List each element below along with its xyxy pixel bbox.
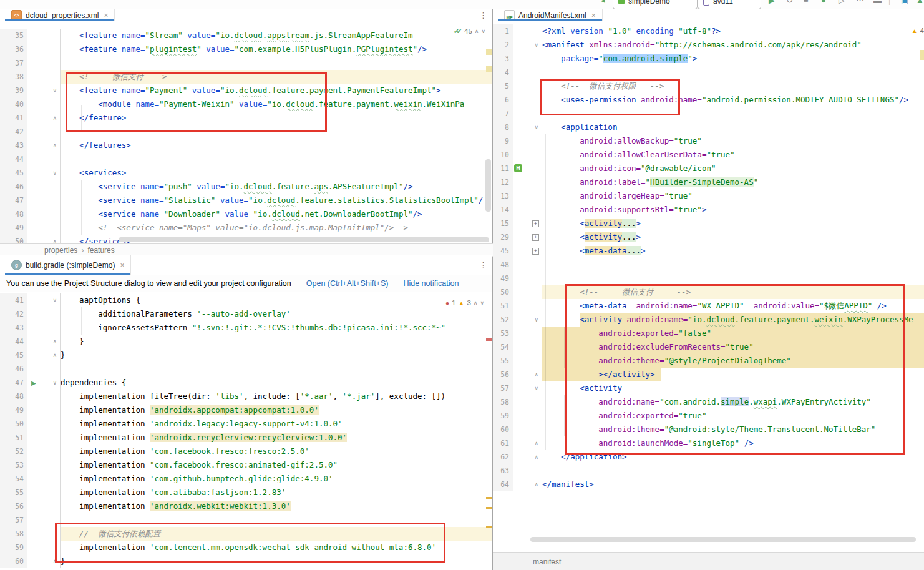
code-line: 48 <service name="Downloader" value="io.… bbox=[0, 207, 492, 221]
more-actions-icon[interactable]: ⋯ bbox=[856, 0, 864, 5]
next-problem-icon[interactable]: ∨ bbox=[481, 28, 485, 34]
code-token: dcloud bbox=[235, 31, 263, 40]
stop-icon[interactable]: ▬ bbox=[873, 0, 882, 5]
code-text: <!-- 微信支付 --> bbox=[61, 70, 492, 84]
code-line: 45∨ <services> bbox=[0, 166, 492, 180]
gutter: 42 bbox=[0, 125, 61, 139]
editor-dcloud-properties[interactable]: 35 <feature name="Stream" value="io.dclo… bbox=[0, 21, 492, 243]
code-line: 59 android:exported="true" bbox=[493, 409, 924, 423]
fold-marker-icon[interactable]: ∨ bbox=[534, 313, 538, 327]
run-gutter-icon[interactable]: ▶ bbox=[31, 376, 36, 390]
code-token bbox=[187, 86, 192, 95]
fold-marker-icon[interactable]: ∧ bbox=[52, 348, 57, 362]
fold-marker-icon[interactable]: ∧ bbox=[52, 139, 57, 152]
error-stripe-mark[interactable] bbox=[486, 497, 492, 499]
breadcrumb-item-manifest[interactable]: manifest bbox=[533, 558, 561, 566]
notification-text: You can use the Project Structure dialog… bbox=[6, 279, 291, 288]
fold-expand-icon[interactable]: + bbox=[532, 248, 539, 255]
vertical-scrollbar[interactable] bbox=[485, 159, 491, 212]
sync-device-icon[interactable]: ▣ bbox=[901, 0, 908, 5]
code-text: android:allowClearUserData="true" bbox=[542, 148, 924, 162]
apply-code-changes-icon[interactable]: ≡ bbox=[804, 0, 809, 5]
fold-marker-icon[interactable]: ∨ bbox=[52, 166, 57, 180]
gutter: 52 bbox=[0, 445, 61, 458]
prev-problem-icon[interactable]: ∧ bbox=[474, 300, 478, 306]
prev-problem-icon[interactable]: ∧ bbox=[475, 28, 479, 34]
line-number: 6 bbox=[493, 93, 509, 107]
horizontal-scrollbar[interactable] bbox=[530, 537, 916, 542]
editor-build-gradle[interactable]: 41∨ aaptOptions {42 additionalParameters… bbox=[0, 292, 492, 570]
back-icon[interactable]: ◂ bbox=[601, 0, 605, 5]
breadcrumb-item-features[interactable]: features bbox=[87, 246, 114, 255]
line-number: 61 bbox=[493, 436, 509, 450]
code-token bbox=[542, 438, 598, 448]
apply-changes-icon[interactable]: ↻ bbox=[786, 0, 793, 5]
code-token: name= bbox=[122, 44, 145, 54]
code-line: 60 android:theme="@android:style/Theme.T… bbox=[493, 423, 924, 436]
fold-marker-icon[interactable]: ∨ bbox=[52, 84, 57, 97]
close-icon[interactable]: × bbox=[591, 11, 596, 20]
fold-marker-icon[interactable]: ∧ bbox=[534, 478, 538, 491]
gutter: 29+ bbox=[493, 230, 542, 244]
code-token bbox=[61, 391, 79, 401]
inspections-widget[interactable]: ▲ 4 bbox=[909, 26, 924, 35]
profile-icon[interactable]: ▷ bbox=[839, 0, 845, 5]
tab-android-manifest[interactable]: MF AndroidManifest.xml × bbox=[498, 9, 603, 21]
run-configuration-select[interactable]: simpleDemo bbox=[613, 0, 698, 9]
fold-expand-icon[interactable]: + bbox=[532, 220, 539, 227]
error-stripe-mark[interactable] bbox=[486, 338, 492, 341]
error-stripe-mark[interactable] bbox=[486, 49, 492, 55]
close-icon[interactable]: × bbox=[104, 11, 108, 20]
drawable-preview-icon[interactable]: H bbox=[514, 164, 522, 172]
fold-marker-icon[interactable]: ∧ bbox=[52, 235, 57, 243]
gutter: 44 bbox=[0, 152, 61, 166]
code-line: 41∨ aaptOptions { bbox=[0, 293, 492, 307]
horizontal-scrollbar[interactable] bbox=[119, 237, 489, 242]
inspections-widget[interactable]: ● 1 ▲ 3 ∧ ∨ bbox=[443, 298, 487, 307]
code-token: android:exported= bbox=[598, 411, 678, 420]
gutter: 49 bbox=[0, 221, 61, 235]
fold-marker-icon[interactable]: ∧ bbox=[52, 111, 57, 125]
code-line: 44∧ } bbox=[0, 335, 492, 348]
hide-notification-link[interactable]: Hide notification bbox=[403, 279, 459, 288]
debug-icon[interactable]: ● bbox=[821, 0, 826, 5]
error-stripe-mark[interactable] bbox=[486, 66, 492, 72]
error-stripe-mark[interactable] bbox=[486, 507, 492, 509]
code-text: <service name="Statistic" value="io.dclo… bbox=[61, 194, 492, 207]
next-problem-icon[interactable]: ∨ bbox=[480, 300, 484, 306]
code-token: .feature.payment. bbox=[735, 315, 815, 324]
fold-marker-icon[interactable]: ∨ bbox=[52, 293, 57, 307]
code-text: android:icon="@drawable/icon" bbox=[542, 162, 924, 175]
code-token: activity bbox=[585, 219, 622, 228]
fold-marker-icon[interactable]: ∨ bbox=[534, 120, 538, 134]
run-icon[interactable]: ▶ bbox=[769, 0, 775, 5]
fold-marker-icon[interactable]: ∧ bbox=[534, 436, 538, 450]
more-options-icon[interactable]: ⋮ bbox=[479, 11, 487, 20]
tab-dcloud-properties[interactable]: <> dcloud_properties.xml × bbox=[5, 9, 115, 21]
device-manager-icon[interactable]: ▲ bbox=[916, 0, 924, 5]
code-token: version= bbox=[570, 26, 608, 36]
more-options-icon[interactable]: ⋮ bbox=[479, 260, 487, 270]
fold-expand-icon[interactable]: + bbox=[532, 234, 539, 241]
fold-marker-icon[interactable]: ∧ bbox=[534, 450, 538, 464]
fold-marker-icon[interactable]: ∧ bbox=[52, 554, 57, 568]
fold-marker-icon[interactable]: ∨ bbox=[534, 381, 538, 395]
editor-android-manifest[interactable]: 1<?xml version="1.0" encoding="utf-8"?>2… bbox=[493, 21, 924, 544]
code-token bbox=[61, 209, 98, 219]
close-icon[interactable]: × bbox=[120, 261, 124, 270]
fold-marker-icon[interactable]: ∨ bbox=[52, 376, 57, 390]
tab-build-gradle[interactable]: g build.gradle (:simpleDemo) × bbox=[5, 255, 131, 275]
fold-marker-icon[interactable]: ∧ bbox=[52, 335, 57, 348]
fold-marker-icon[interactable]: ∧ bbox=[534, 368, 538, 381]
code-token bbox=[61, 309, 98, 318]
open-project-structure-link[interactable]: Open (Ctrl+Alt+Shift+S) bbox=[306, 279, 389, 288]
fold-marker-icon[interactable]: ∨ bbox=[534, 38, 538, 52]
code-token: implementation bbox=[79, 419, 150, 428]
error-stripe-mark[interactable] bbox=[486, 526, 492, 528]
error-stripe-mark[interactable] bbox=[920, 50, 924, 60]
inspections-widget[interactable]: ✓✓ 45 ∧ ∨ bbox=[451, 26, 488, 36]
code-token: "true" bbox=[726, 342, 754, 351]
gutter: 42 bbox=[0, 307, 61, 321]
breadcrumb-item-properties[interactable]: properties bbox=[44, 246, 77, 255]
device-select[interactable]: avd11 bbox=[698, 0, 761, 9]
